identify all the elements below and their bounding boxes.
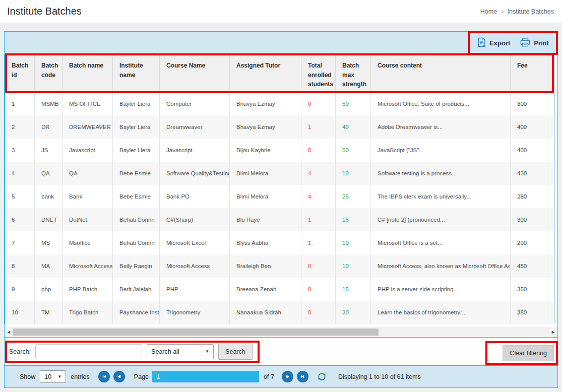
- column-header-max-strength: Batch max strength: [336, 54, 371, 92]
- skip-to-last-icon: [300, 374, 305, 379]
- cell-fee: 300: [511, 208, 547, 231]
- page-label: Page: [134, 373, 149, 380]
- cell-batch-id: 3: [5, 139, 35, 162]
- search-label: Search:: [9, 348, 31, 355]
- page-size-select[interactable]: 10 ▼: [40, 370, 66, 383]
- cell-batch-code: DNET: [35, 208, 63, 231]
- cell-batch-name: Bank: [63, 185, 113, 208]
- scrollbar-thumb[interactable]: [13, 329, 379, 336]
- cell-institute-name: Payshance Inst: [113, 301, 160, 324]
- cell-total-enrolled: 0: [301, 301, 336, 324]
- previous-page-button[interactable]: [113, 371, 125, 382]
- pagination-nav-left: [98, 371, 125, 382]
- cell-max-strength: 30: [336, 301, 371, 324]
- cell-batch-code: MA: [35, 254, 63, 278]
- table-row: 1 MSMB MS OFFICE Bayler Liera Computer B…: [5, 92, 554, 115]
- cell-batch-code: MSMB: [35, 92, 63, 115]
- cell-course-name: Javascript: [160, 139, 230, 162]
- horizontal-scrollbar[interactable]: ◄ ►: [5, 327, 557, 337]
- cell-filler: [547, 139, 558, 162]
- cell-fee: 400: [511, 115, 547, 139]
- cell-institute-name: Behati Corinn: [113, 208, 160, 231]
- search-filter-value: Search all: [151, 348, 179, 355]
- breadcrumb-current: Institute Batches: [508, 8, 554, 15]
- cell-institute-name: Bebe Esmie: [113, 185, 160, 208]
- next-page-button[interactable]: [282, 371, 293, 382]
- cell-course-name: Dreamweaver: [160, 115, 230, 139]
- search-bar: Search: Search all ▼ Search Clear filter…: [5, 337, 557, 365]
- cell-course-content: Software testing is a process...: [371, 162, 511, 185]
- cell-batch-id: 2: [5, 115, 35, 139]
- show-label: Show: [20, 373, 35, 380]
- search-button[interactable]: Search: [218, 344, 253, 360]
- cell-course-name: Microsoft Access: [160, 254, 230, 278]
- cell-course-name: Bank PO: [160, 185, 230, 208]
- column-header-batch-code: Batch code: [35, 54, 63, 92]
- cell-assigned-tutor: Bijou Kaybrie: [230, 139, 301, 162]
- search-filter-select[interactable]: Search all ▼: [147, 344, 214, 359]
- export-button[interactable]: Export: [477, 37, 510, 49]
- cell-fee: 200: [511, 231, 547, 254]
- scroll-right-icon[interactable]: ►: [551, 330, 555, 335]
- refresh-button[interactable]: [317, 372, 327, 381]
- cell-batch-name: QA: [63, 162, 113, 185]
- table-row: 3 JS Javascript Bayler Liera Javascript …: [5, 139, 554, 162]
- cell-batch-id: 6: [5, 208, 35, 231]
- cell-batch-id: 9: [5, 278, 35, 301]
- next-icon: [285, 374, 290, 379]
- cell-filler: [547, 92, 558, 115]
- cell-assigned-tutor: Braileigh Ben: [230, 254, 301, 278]
- cell-course-name: PHP: [160, 278, 230, 301]
- column-header-filler: [547, 54, 558, 92]
- cell-batch-id: 1: [5, 92, 35, 115]
- column-header-course-name: Course Name: [160, 54, 230, 92]
- scroll-left-icon[interactable]: ◄: [7, 330, 11, 335]
- cell-batch-code: JS: [35, 139, 63, 162]
- print-button[interactable]: Print: [520, 38, 549, 48]
- export-icon: [477, 37, 486, 49]
- cell-filler: [547, 208, 558, 231]
- cell-fee: 450: [511, 254, 547, 278]
- batches-table: Batch id Batch code Batch name Institute…: [5, 54, 554, 324]
- table-row: 7 MS Msoffice Behati Corinn Microsoft Ex…: [5, 231, 554, 254]
- breadcrumb-home[interactable]: Home: [480, 8, 497, 15]
- cell-total-enrolled: 1: [301, 115, 336, 139]
- cell-total-enrolled: 0: [301, 139, 336, 162]
- cell-course-name: Trigonometry: [160, 301, 230, 324]
- cell-filler: [547, 185, 558, 208]
- cell-institute-name: Bayler Liera: [113, 139, 160, 162]
- clear-filtering-button[interactable]: Clear filtering: [503, 345, 554, 361]
- last-page-button[interactable]: [297, 371, 308, 382]
- skip-to-first-icon: [101, 374, 107, 379]
- cell-batch-name: DotNet: [63, 208, 113, 231]
- cell-filler: [547, 115, 558, 139]
- cell-institute-name: Beily Raegin: [113, 254, 160, 278]
- table-row: 2 DR DREMWEAVER Bayler Liera Dreamweaver…: [5, 115, 554, 139]
- column-header-batch-name: Batch name: [63, 54, 113, 92]
- cell-course-content: C# [note 2] (pronounced...: [371, 208, 511, 231]
- toolbar: Export Print: [5, 32, 557, 54]
- cell-course-name: Computer: [160, 92, 230, 115]
- pagination-nav-right: [282, 371, 308, 382]
- cell-batch-code: bank: [35, 185, 63, 208]
- cell-max-strength: 40: [336, 115, 371, 139]
- cell-batch-name: Microsoft Access: [63, 254, 113, 278]
- first-page-button[interactable]: [98, 371, 110, 382]
- annotation-clear-filtering: Clear filtering: [485, 341, 558, 365]
- cell-batch-code: QA: [35, 162, 63, 185]
- cell-max-strength: 15: [336, 208, 371, 231]
- cell-batch-code: MS: [35, 231, 63, 254]
- cell-assigned-tutor: Breeana Zenab: [230, 278, 301, 301]
- search-input[interactable]: [35, 344, 142, 359]
- page-count-label: of 7: [264, 373, 274, 380]
- content-area: Export Print: [0, 23, 562, 392]
- cell-filler: [547, 278, 558, 301]
- cell-batch-id: 8: [5, 254, 35, 278]
- page-title: Institute Batches: [7, 6, 82, 17]
- cell-assigned-tutor: Bhavya Ezmay: [230, 92, 301, 115]
- print-label: Print: [534, 39, 549, 47]
- cell-assigned-tutor: Blu Raye: [230, 208, 301, 231]
- page-number-input[interactable]: [152, 371, 259, 382]
- cell-assigned-tutor: Blyss Aabha: [230, 231, 301, 254]
- cell-institute-name: Bayler Liera: [113, 92, 160, 115]
